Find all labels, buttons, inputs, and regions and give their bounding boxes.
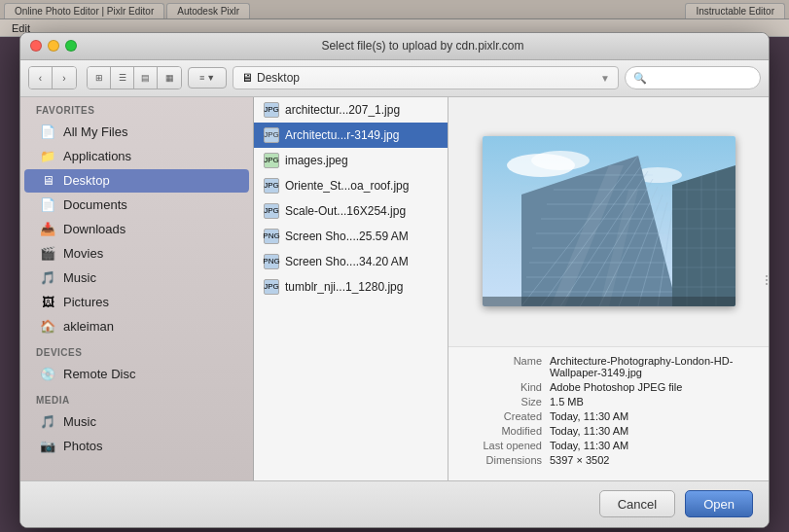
sidebar-item-all-my-files[interactable]: 📄 All My Files bbox=[24, 121, 249, 144]
view-coverflow-button[interactable]: ▦ bbox=[158, 67, 181, 89]
file-item[interactable]: PNG Screen Sho....34.20 AM bbox=[254, 249, 448, 274]
sidebar-item-photos[interactable]: 📷 Photos bbox=[24, 435, 249, 458]
nav-buttons: ‹ › bbox=[28, 66, 77, 89]
bottom-bar: Cancel Open bbox=[20, 480, 769, 527]
sidebar-item-label: Remote Disc bbox=[63, 367, 135, 381]
dimensions-value: 5397 × 3502 bbox=[550, 454, 753, 466]
sidebar-item-downloads[interactable]: 📥 Downloads bbox=[24, 218, 249, 241]
search-icon: 🔍 bbox=[633, 72, 647, 85]
sidebar-item-label: Music bbox=[63, 270, 96, 285]
modified-label: Modified bbox=[464, 425, 542, 437]
sidebar-item-label: Music bbox=[63, 414, 96, 429]
view-buttons: ⊞ ☰ ▤ ▦ bbox=[87, 66, 182, 89]
size-value: 1.5 MB bbox=[550, 396, 753, 408]
sidebar-item-desktop[interactable]: 🖥 Desktop bbox=[24, 169, 249, 193]
applications-icon: 📁 bbox=[40, 149, 55, 164]
sidebar-item-media-music[interactable]: 🎵 Music bbox=[24, 410, 249, 434]
nav-back-button[interactable]: ‹ bbox=[29, 67, 53, 89]
media-music-icon: 🎵 bbox=[40, 414, 55, 430]
modified-value: Today, 11:30 AM bbox=[550, 425, 753, 437]
sidebar: FAVORITES 📄 All My Files 📁 Applications … bbox=[20, 97, 254, 480]
file-name: Architectu...r-3149.jpg bbox=[285, 128, 399, 142]
sidebar-item-label: Pictures bbox=[63, 295, 109, 309]
kind-label: Kind bbox=[464, 381, 542, 393]
file-icon: PNG bbox=[264, 254, 279, 269]
file-icon: JPG bbox=[264, 279, 279, 295]
sidebar-item-label: Applications bbox=[63, 149, 131, 163]
preview-image-area bbox=[448, 97, 769, 346]
kind-value: Adobe Photoshop JPEG file bbox=[550, 381, 753, 393]
created-value: Today, 11:30 AM bbox=[550, 410, 753, 422]
view-icon-button[interactable]: ⊞ bbox=[88, 67, 111, 89]
svg-point-2 bbox=[531, 151, 590, 170]
sidebar-item-label: Photos bbox=[63, 439, 102, 453]
location-folder-icon: 🖥 bbox=[241, 71, 253, 85]
toolbar: ‹ › ⊞ ☰ ▤ ▦ ≡ ▼ 🖥 Desktop ▼ 🔍 bbox=[20, 60, 769, 97]
view-columns-button[interactable]: ▤ bbox=[134, 67, 158, 89]
preview-info: Name Architecture-Photography-London-HD-… bbox=[448, 346, 769, 480]
view-list-button[interactable]: ☰ bbox=[111, 67, 134, 89]
movies-icon: 🎬 bbox=[40, 246, 55, 262]
browser-tab-2[interactable]: Autodesk Pixlr bbox=[166, 3, 250, 18]
dimensions-label: Dimensions bbox=[464, 454, 542, 466]
preview-panel: Name Architecture-Photography-London-HD-… bbox=[448, 97, 769, 480]
file-icon: PNG bbox=[264, 229, 279, 244]
akleiman-icon: 🏠 bbox=[40, 319, 55, 335]
nav-forward-button[interactable]: › bbox=[53, 67, 76, 89]
minimize-button[interactable] bbox=[48, 40, 59, 52]
location-dropdown-icon: ▼ bbox=[600, 73, 610, 84]
search-box[interactable]: 🔍 bbox=[625, 66, 761, 89]
cancel-button[interactable]: Cancel bbox=[599, 490, 675, 517]
browser-tab-1[interactable]: Online Photo Editor | Pixlr Editor bbox=[4, 3, 164, 18]
name-label: Name bbox=[464, 355, 542, 378]
file-list-panel: JPG architectur...207_1.jpg JPG Architec… bbox=[254, 97, 448, 480]
photos-icon: 📷 bbox=[40, 439, 55, 454]
sidebar-item-documents[interactable]: 📄 Documents bbox=[24, 194, 249, 217]
last-opened-label: Last opened bbox=[464, 440, 542, 451]
file-picker-dialog: Select file(s) to upload by cdn.pixlr.co… bbox=[19, 32, 770, 528]
downloads-icon: 📥 bbox=[40, 222, 55, 237]
file-icon: JPG bbox=[264, 178, 279, 194]
file-item[interactable]: JPG tumblr_nji...1_1280.jpg bbox=[254, 274, 448, 300]
sidebar-item-movies[interactable]: 🎬 Movies bbox=[24, 242, 249, 266]
maximize-button[interactable] bbox=[65, 40, 77, 52]
traffic-lights bbox=[30, 40, 77, 52]
dialog-title-bar: Select file(s) to upload by cdn.pixlr.co… bbox=[20, 33, 769, 60]
svg-rect-32 bbox=[483, 297, 735, 306]
music-icon: 🎵 bbox=[40, 270, 55, 286]
sidebar-item-akleiman[interactable]: 🏠 akleiman bbox=[24, 315, 249, 338]
sidebar-item-label: akleiman bbox=[63, 319, 114, 334]
browser-tab-right[interactable]: Instructable Editor bbox=[685, 3, 785, 18]
file-icon: JPG bbox=[264, 153, 279, 168]
pictures-icon: 🖼 bbox=[40, 295, 55, 310]
sidebar-item-label: Desktop bbox=[63, 173, 110, 188]
sidebar-item-label: Downloads bbox=[63, 222, 126, 236]
created-label: Created bbox=[464, 410, 542, 422]
sidebar-item-remote-disc[interactable]: 💿 Remote Disc bbox=[24, 363, 249, 386]
search-input[interactable] bbox=[651, 71, 752, 85]
file-item[interactable]: JPG Architectu...r-3149.jpg bbox=[254, 123, 448, 148]
file-name: Oriente_St...oa_roof.jpg bbox=[285, 179, 409, 193]
file-item[interactable]: JPG Scale-Out...16X254.jpg bbox=[254, 198, 448, 224]
sidebar-item-music[interactable]: 🎵 Music bbox=[24, 266, 249, 290]
file-name: architectur...207_1.jpg bbox=[285, 103, 400, 117]
file-item[interactable]: PNG Screen Sho....25.59 AM bbox=[254, 224, 448, 249]
documents-icon: 📄 bbox=[40, 197, 55, 213]
file-name: Scale-Out...16X254.jpg bbox=[285, 204, 406, 218]
name-value: Architecture-Photography-London-HD-Wallp… bbox=[550, 355, 753, 378]
file-icon: JPG bbox=[264, 203, 279, 219]
file-item[interactable]: JPG images.jpeg bbox=[254, 148, 448, 173]
file-name: Screen Sho....34.20 AM bbox=[285, 255, 409, 268]
file-name: images.jpeg bbox=[285, 154, 348, 167]
close-button[interactable] bbox=[30, 40, 42, 52]
sidebar-item-pictures[interactable]: 🖼 Pictures bbox=[24, 291, 249, 314]
location-bar[interactable]: 🖥 Desktop ▼ bbox=[233, 66, 619, 89]
open-button[interactable]: Open bbox=[685, 490, 753, 517]
sidebar-item-label: Documents bbox=[63, 197, 127, 212]
file-item[interactable]: JPG architectur...207_1.jpg bbox=[254, 97, 448, 123]
last-opened-value: Today, 11:30 AM bbox=[550, 440, 753, 451]
arrange-button[interactable]: ≡ ▼ bbox=[188, 67, 227, 89]
file-icon: JPG bbox=[264, 102, 279, 118]
file-item[interactable]: JPG Oriente_St...oa_roof.jpg bbox=[254, 173, 448, 198]
sidebar-item-applications[interactable]: 📁 Applications bbox=[24, 145, 249, 168]
